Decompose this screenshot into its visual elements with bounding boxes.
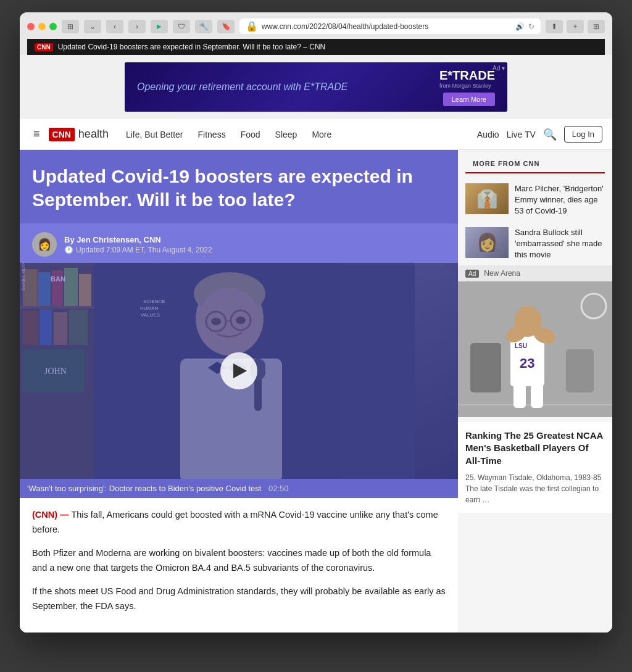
sidebar-thumb-sandra: 👩	[465, 227, 509, 258]
etrade-sub: from Morgan Stanley	[439, 83, 495, 89]
byline-text: By Jen Christensen, CNN 🕐 Updated 7:09 A…	[64, 235, 212, 254]
nav-livetv-link[interactable]: Live TV	[507, 130, 536, 139]
author-avatar: 👩	[32, 232, 57, 257]
article-body: (CNN) — This fall, Americans could get b…	[20, 498, 458, 633]
page-content: Opening your retirement account with E*T…	[20, 55, 612, 633]
ad-right: E*TRADE from Morgan Stanley Learn More	[439, 68, 495, 106]
chevron-down-icon[interactable]: ⌄	[84, 20, 101, 33]
shield-icon[interactable]: 🛡	[173, 20, 190, 33]
notification-text: Updated Covid-19 boosters are expected i…	[58, 43, 326, 51]
sidebar-story-title: Ranking The 25 Greatest NCAA Men's Baske…	[465, 429, 605, 467]
ad-label-row: Ad New Arena	[458, 265, 612, 281]
play-triangle-icon	[233, 363, 247, 378]
sidebar-item-bridgerton[interactable]: 👔 Marc Pilcher, 'Bridgerton' Emmy winner…	[458, 178, 612, 222]
url-text: www.cnn.com/2022/08/04/health/updated-bo…	[262, 22, 512, 31]
nav-link-sleep[interactable]: Sleep	[268, 119, 305, 150]
new-tab-button[interactable]: +	[567, 20, 584, 33]
browser-actions: ⬆ + ⊞	[546, 20, 605, 33]
article-title: Updated Covid-19 boosters are expected i…	[32, 165, 446, 211]
video-caption: 'Wasn't too surprising': Doctor reacts t…	[20, 479, 458, 498]
navbar: ≡ CNN health Life, But Better Fitness Fo…	[20, 119, 612, 150]
sidebar-thumb-bridgerton: 👔	[465, 183, 509, 214]
article-area: Updated Covid-19 boosters are expected i…	[20, 150, 458, 633]
nav-link-fitness[interactable]: Fitness	[191, 119, 233, 150]
refresh-icon[interactable]: ↻	[528, 22, 534, 31]
nav-link-more[interactable]: More	[304, 119, 339, 150]
browser-window: ⊞ ⌄ ‹ › ▶ 🛡 🔧 🔖 🔒 www.cnn.com/2022/08/04…	[20, 12, 612, 633]
cnn-tag: (CNN) —	[32, 510, 69, 520]
sidebar: MORE FROM CNN 👔 Marc Pilcher, 'Bridgerto…	[458, 150, 612, 633]
article-header: Updated Covid-19 boosters are expected i…	[20, 150, 458, 223]
ad-badge: Ad	[465, 270, 479, 278]
tabs-button[interactable]: ⊞	[588, 20, 605, 33]
cnn-health-logo[interactable]: CNN health	[49, 128, 109, 141]
forward-button[interactable]: ›	[128, 20, 146, 33]
svg-rect-42	[514, 383, 526, 408]
lock-icon: 🔒	[246, 20, 258, 32]
nav-links: Life, But Better Fitness Food Sleep More	[118, 119, 477, 150]
ad-banner[interactable]: Opening your retirement account with E*T…	[125, 62, 507, 112]
clock-icon: 🕐	[64, 246, 73, 254]
hamburger-menu-button[interactable]: ≡	[30, 124, 44, 144]
video-duration: 02:50	[268, 484, 289, 493]
login-button[interactable]: Log In	[564, 126, 602, 143]
audio-icon: 🔊	[515, 22, 525, 31]
cnn-logo-text: CNN	[49, 128, 75, 141]
notification-bar: CNN Updated Covid-19 boosters are expect…	[27, 39, 605, 55]
sidebar-item-title-bridgerton: Marc Pilcher, 'Bridgerton' Emmy winner, …	[515, 183, 605, 217]
play-button[interactable]: ▶	[151, 20, 168, 33]
play-button[interactable]	[220, 352, 257, 389]
article-byline: 👩 By Jen Christensen, CNN 🕐 Updated 7:09…	[20, 223, 458, 263]
avatar-icon: 👩	[38, 238, 51, 251]
search-icon[interactable]: 🔍	[543, 128, 557, 141]
close-button[interactable]	[27, 23, 35, 30]
maximize-button[interactable]	[49, 23, 57, 30]
svg-rect-45	[470, 343, 501, 392]
sidebar-item-sandra[interactable]: 👩 Sandra Bullock still 'embarrassed' she…	[458, 222, 612, 266]
ad-arena-text: New Arena	[484, 269, 520, 278]
share-button[interactable]: ⬆	[546, 20, 563, 33]
bridgerton-person-icon: 👔	[476, 189, 498, 209]
sidebar-story-card[interactable]: Ranking The 25 Greatest NCAA Men's Baske…	[458, 422, 612, 513]
bookmark-icon[interactable]: 🔖	[217, 20, 235, 33]
back-button[interactable]: ‹	[106, 20, 123, 33]
more-from-cnn-heading: MORE FROM CNN	[465, 150, 605, 173]
ad-banner-wrapper: Opening your retirement account with E*T…	[20, 55, 612, 119]
sidebar-toggle-button[interactable]: ⊞	[62, 20, 79, 33]
nav-link-life[interactable]: Life, But Better	[118, 119, 191, 150]
video-caption-text: 'Wasn't too surprising': Doctor reacts t…	[27, 484, 261, 493]
sidebar-basketball-image[interactable]: 23 LSU	[458, 281, 612, 417]
sidebar-item-title-sandra: Sandra Bullock still 'embarrassed' she m…	[515, 227, 605, 261]
nav-link-food[interactable]: Food	[233, 119, 268, 150]
learn-more-button[interactable]: Learn More	[443, 93, 495, 106]
ad-corner-badge: Ad ▾	[493, 65, 505, 72]
svg-point-44	[514, 306, 541, 337]
ad-text: Opening your retirement account with E*T…	[137, 81, 347, 93]
article-paragraph-3: If the shots meet US Food and Drug Admin…	[32, 584, 446, 614]
address-bar[interactable]: 🔒 www.cnn.com/2022/08/04/health/updated-…	[239, 19, 541, 34]
extension-icon[interactable]: 🔧	[195, 20, 212, 33]
svg-rect-43	[531, 383, 543, 408]
browser-controls: ⊞ ⌄ ‹ › ▶ 🛡 🔧 🔖 🔒 www.cnn.com/2022/08/04…	[27, 19, 605, 34]
etrade-logo: E*TRADE from Morgan Stanley	[439, 68, 495, 89]
article-date: 🕐 Updated 7:09 AM ET, Thu August 4, 2022	[64, 246, 212, 254]
traffic-lights	[27, 23, 57, 30]
section-name: health	[78, 128, 109, 141]
nav-audio-link[interactable]: Audio	[477, 130, 499, 139]
svg-rect-46	[566, 349, 594, 392]
author-name: By Jen Christensen, CNN	[64, 235, 212, 244]
main-content-area: Updated Covid-19 boosters are expected i…	[20, 150, 612, 633]
video-container: DANIEL SILVA JOHN	[20, 263, 458, 479]
cnn-badge: CNN	[35, 43, 53, 51]
video-overlay[interactable]	[20, 263, 458, 479]
browser-chrome: ⊞ ⌄ ‹ › ▶ 🛡 🔧 🔖 🔒 www.cnn.com/2022/08/04…	[20, 12, 612, 55]
sidebar-story-desc: 25. Wayman Tisdale, Oklahoma, 1983-85 Th…	[465, 472, 605, 505]
minimize-button[interactable]	[38, 23, 46, 30]
svg-text:LSU: LSU	[515, 342, 527, 349]
nav-right: Audio Live TV 🔍 Log In	[477, 126, 602, 143]
svg-text:23: 23	[520, 355, 534, 371]
article-paragraph-1: (CNN) — This fall, Americans could get b…	[32, 508, 446, 537]
sandra-person-icon: 👩	[476, 232, 498, 252]
article-paragraph-2: Both Pfizer and Moderna are working on b…	[32, 546, 446, 576]
